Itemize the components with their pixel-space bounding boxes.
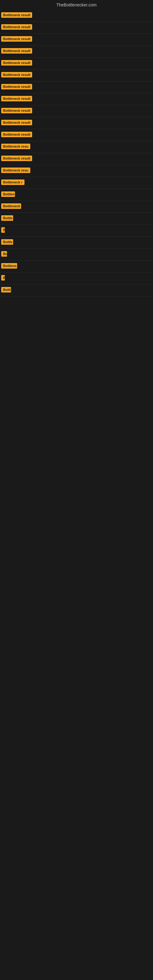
bottleneck-row: Bottleneck <box>0 201 153 213</box>
bottleneck-result-badge[interactable]: Bottle <box>1 239 13 245</box>
bottleneck-row: Bottle <box>0 213 153 225</box>
bottleneck-row: B <box>0 272 153 285</box>
bottleneck-result-badge[interactable]: Bottlens <box>1 263 17 269</box>
bottleneck-result-badge[interactable]: Bottleneck result <box>1 72 32 78</box>
bottleneck-result-badge[interactable]: Bottleneck r <box>1 180 24 185</box>
bottleneck-result-badge[interactable]: Bottle <box>1 215 13 221</box>
bottleneck-row: Bottlen <box>0 189 153 201</box>
bottleneck-result-badge[interactable]: Bottleneck result <box>1 48 32 54</box>
bottleneck-result-badge[interactable]: Bottleneck resu <box>1 144 30 149</box>
bottleneck-row: Bottleneck result <box>0 81 153 94</box>
bottleneck-row: Bottleneck result <box>0 22 153 34</box>
bottleneck-result-badge[interactable]: Bottleneck result <box>1 60 32 65</box>
bottleneck-result-badge[interactable]: Bottleneck result <box>1 120 32 125</box>
bottleneck-result-badge[interactable]: Bottl <box>1 287 11 293</box>
bottleneck-result-badge[interactable]: Bot <box>1 251 7 257</box>
bottleneck-row: Bottleneck result <box>0 70 153 81</box>
bottleneck-result-badge[interactable]: Bottleneck result <box>1 132 32 137</box>
bottleneck-row: Bottleneck result <box>0 105 153 117</box>
bottleneck-result-badge[interactable]: Bottleneck result <box>1 84 32 89</box>
bottleneck-row: Bottl <box>0 285 153 296</box>
bottleneck-row: Bot <box>0 249 153 261</box>
bottleneck-result-badge[interactable]: Bottleneck result <box>1 156 32 161</box>
bottleneck-row: Bottleneck resu <box>0 165 153 177</box>
bottleneck-result-badge[interactable]: Bottleneck result <box>1 96 32 101</box>
bottleneck-row: Bottlens <box>0 261 153 272</box>
bottleneck-result-badge[interactable]: Bottleneck result <box>1 108 32 113</box>
bottleneck-row: Bottle <box>0 237 153 249</box>
bottleneck-row: Bottleneck result <box>0 94 153 105</box>
bottleneck-result-badge[interactable]: Bottleneck <box>1 204 21 209</box>
bottleneck-result-badge[interactable]: Bottleneck result <box>1 24 32 30</box>
bottleneck-result-badge[interactable]: B <box>1 227 5 233</box>
bottleneck-result-badge[interactable]: Bottleneck result <box>1 36 32 41</box>
site-title: TheBottlenecker.com <box>0 0 153 10</box>
bottleneck-row: Bottleneck result <box>0 153 153 165</box>
bottleneck-row: Bottleneck result <box>0 129 153 141</box>
bottleneck-row: Bottleneck result <box>0 34 153 46</box>
bottleneck-row: Bottleneck resu <box>0 141 153 153</box>
bottleneck-row: Bottleneck result <box>0 46 153 57</box>
bottleneck-row: Bottleneck result <box>0 10 153 22</box>
bottleneck-row: Bottleneck result <box>0 117 153 129</box>
bottleneck-row: B <box>0 225 153 237</box>
bottleneck-result-badge[interactable]: Bottleneck resu <box>1 167 30 173</box>
bottleneck-result-badge[interactable]: Bottleneck result <box>1 12 32 18</box>
bottleneck-result-badge[interactable]: Bottlen <box>1 191 15 197</box>
bottleneck-result-badge[interactable]: B <box>1 275 5 280</box>
bottleneck-row: Bottleneck r <box>0 177 153 189</box>
bottleneck-row: Bottleneck result <box>0 57 153 70</box>
